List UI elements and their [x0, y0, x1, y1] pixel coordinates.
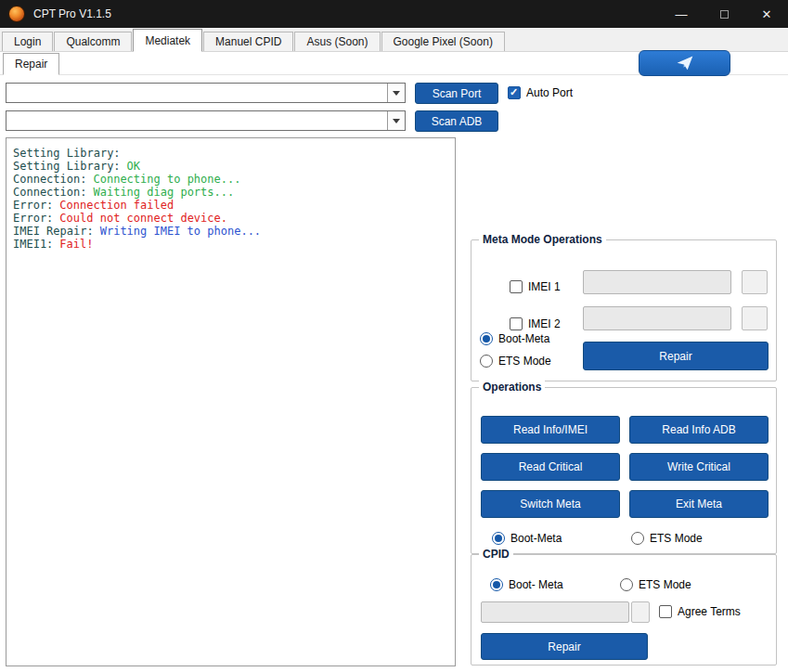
log-line: Error:Connection failed: [13, 199, 448, 212]
maximize-icon: [720, 10, 729, 19]
checkbox-unchecked-icon: [510, 317, 523, 330]
radio-unselected-icon: [480, 355, 493, 368]
cpid-repair-button[interactable]: Repair: [481, 633, 648, 660]
log-line: Error:Could not connect device.: [13, 212, 448, 225]
cpid-extra-button[interactable]: [631, 601, 650, 623]
minimize-button[interactable]: —: [660, 0, 703, 28]
port-combobox-value: [6, 84, 387, 102]
maximize-button: [703, 0, 745, 28]
read-info-imei-button[interactable]: Read Info/IMEI: [481, 416, 620, 444]
subtab-repair[interactable]: Repair: [3, 53, 59, 75]
cpid-group: CPID Boot- Meta ETS Mode Agree Terms Rep…: [471, 554, 777, 666]
imei2-label: IMEI 2: [528, 317, 561, 330]
tab-login[interactable]: Login: [2, 32, 53, 51]
imei2-extra-button[interactable]: [742, 306, 768, 330]
radio-selected-icon: [480, 332, 493, 345]
tab-manuel-cpid[interactable]: Manuel CPID: [203, 32, 293, 51]
read-info-adb-button[interactable]: Read Info ADB: [629, 416, 769, 444]
cpid-boot-meta-radio[interactable]: Boot- Meta: [490, 577, 563, 592]
imei2-checkbox[interactable]: IMEI 2: [510, 317, 561, 331]
close-button[interactable]: ✕: [745, 0, 788, 28]
boot-meta-label: Boot-Meta: [510, 532, 562, 545]
tab-google-pixel-soon[interactable]: Google Pixel (Soon): [381, 32, 505, 51]
scan-adb-button[interactable]: Scan ADB: [415, 110, 498, 132]
auto-port-label: Auto Port: [526, 86, 573, 99]
cpid-input[interactable]: [481, 601, 629, 623]
imei1-input[interactable]: [583, 270, 731, 294]
agree-terms-checkbox[interactable]: Agree Terms: [659, 604, 741, 619]
main-tab-bar: Login Qualcomm Mediatek Manuel CPID Asus…: [0, 28, 788, 52]
exit-meta-button[interactable]: Exit Meta: [629, 490, 769, 518]
radio-unselected-icon: [620, 578, 633, 591]
log-line: Connection:Waiting diag ports...: [13, 186, 448, 199]
meta-boot-meta-radio[interactable]: Boot-Meta: [480, 331, 549, 346]
chevron-down-icon[interactable]: [387, 84, 405, 102]
checkbox-unchecked-icon: [659, 605, 672, 618]
meta-mode-operations-group: Meta Mode Operations IMEI 1 IMEI 2 Boot-…: [471, 239, 777, 381]
group-title: Meta Mode Operations: [479, 233, 606, 246]
operations-ets-mode-radio[interactable]: ETS Mode: [631, 531, 703, 546]
tab-asus-soon[interactable]: Asus (Soon): [294, 32, 380, 51]
window-controls: — ✕: [660, 0, 788, 28]
radio-selected-icon: [490, 578, 503, 591]
telegram-button[interactable]: [639, 50, 730, 76]
write-critical-button[interactable]: Write Critical: [629, 453, 769, 481]
tab-mediatek[interactable]: Mediatek: [133, 29, 202, 52]
radio-selected-icon: [492, 532, 505, 545]
group-title: Operations: [479, 381, 545, 394]
telegram-plane-icon: [676, 54, 694, 72]
switch-meta-button[interactable]: Switch Meta: [481, 490, 620, 518]
adb-combobox-value: [6, 111, 387, 130]
checkbox-checked-icon: [508, 86, 521, 99]
boot-meta-label: Boot- Meta: [509, 578, 563, 591]
port-combobox[interactable]: [6, 83, 406, 103]
tab-qualcomm[interactable]: Qualcomm: [54, 32, 132, 51]
imei1-checkbox[interactable]: IMEI 1: [510, 279, 561, 294]
cpid-ets-mode-radio[interactable]: ETS Mode: [620, 577, 691, 592]
imei1-label: IMEI 1: [528, 280, 561, 293]
imei2-input[interactable]: [583, 306, 731, 330]
imei1-extra-button[interactable]: [742, 270, 768, 294]
log-line: Setting Library:: [13, 147, 448, 160]
meta-ets-mode-radio[interactable]: ETS Mode: [480, 354, 551, 368]
ets-mode-label: ETS Mode: [498, 355, 551, 368]
auto-port-checkbox[interactable]: Auto Port: [508, 85, 573, 100]
app-window: CPT Pro V1.1.5 — ✕ Login Qualcomm Mediat…: [0, 0, 788, 672]
log-line: IMEI Repair:Writing IMEI to phone...: [13, 225, 448, 238]
operations-boot-meta-radio[interactable]: Boot-Meta: [492, 531, 562, 546]
ets-mode-label: ETS Mode: [639, 578, 691, 591]
scan-port-button[interactable]: Scan Port: [415, 83, 498, 104]
operations-group: Operations Read Info/IMEI Read Info ADB …: [471, 387, 777, 554]
checkbox-unchecked-icon: [510, 280, 523, 293]
adb-combobox[interactable]: [6, 110, 406, 131]
app-logo-icon: [8, 6, 25, 22]
read-critical-button[interactable]: Read Critical: [481, 453, 620, 481]
agree-terms-label: Agree Terms: [678, 605, 741, 618]
meta-repair-button[interactable]: Repair: [583, 342, 769, 370]
titlebar: CPT Pro V1.1.5 — ✕: [0, 0, 788, 28]
group-title: CPID: [479, 548, 513, 561]
boot-meta-label: Boot-Meta: [498, 332, 549, 345]
log-line: IMEI1:Fail!: [13, 238, 448, 251]
ets-mode-label: ETS Mode: [650, 532, 703, 545]
log-line: Setting Library:OK: [13, 160, 448, 173]
chevron-down-icon[interactable]: [387, 111, 405, 130]
window-title: CPT Pro V1.1.5: [33, 7, 111, 20]
radio-unselected-icon: [631, 532, 644, 545]
log-line: Connection:Connecting to phone...: [13, 173, 448, 186]
log-output[interactable]: Setting Library: Setting Library:OK Conn…: [6, 137, 456, 666]
